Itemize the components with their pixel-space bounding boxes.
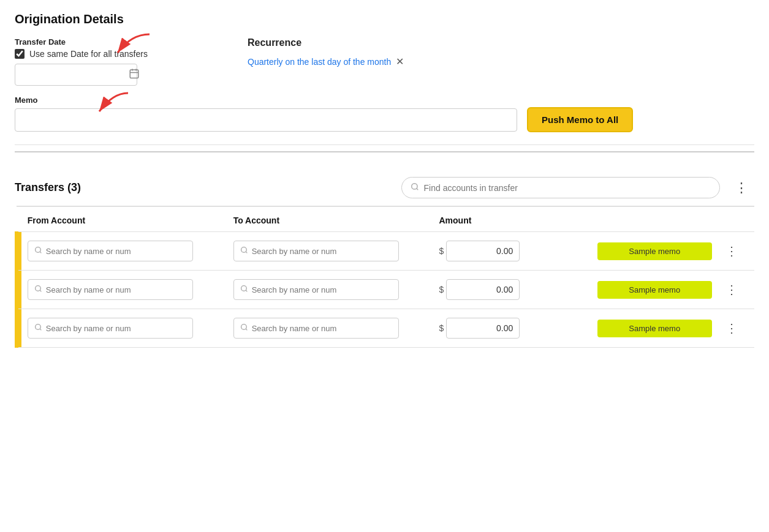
row-memo-tag-1: Sample memo (597, 281, 712, 299)
amount-input-1[interactable] (446, 279, 520, 300)
row-actions-cell-0: ⋮ (718, 232, 754, 271)
row-menu-button-0[interactable]: ⋮ (721, 242, 744, 260)
transfers-title: Transfers (3) (15, 181, 81, 194)
to-account-input-0[interactable] (252, 247, 392, 256)
same-date-checkbox-row[interactable]: Use same Date for all transfers (15, 49, 211, 59)
recurrence-value: Quarterly on the last day of the month (248, 57, 391, 67)
svg-rect-1 (130, 70, 138, 78)
svg-point-16 (35, 324, 40, 330)
table-row: $ Sample memo ⋮ (17, 309, 754, 348)
to-account-search-2[interactable] (233, 318, 399, 339)
from-account-input-1[interactable] (46, 285, 186, 294)
date-input-wrapper[interactable]: 01/31/2023 (15, 64, 137, 86)
amount-input-2[interactable] (446, 318, 520, 339)
amount-input-0[interactable] (446, 241, 520, 261)
transfers-header: Transfers (3) ⋮ (15, 170, 754, 206)
same-date-label: Use same Date for all transfers (29, 49, 148, 59)
find-accounts-search-icon (411, 182, 419, 193)
transfer-date-column: Transfer Date Use same Date for all tran… (15, 37, 211, 86)
to-search-icon-1 (240, 285, 248, 294)
amount-cell-0: $ (433, 232, 591, 271)
calendar-icon (129, 68, 140, 81)
memo-section: Memo Sample memo Push Memo to All (15, 96, 754, 132)
table-header-row: From Account To Account Amount (17, 206, 754, 232)
from-search-icon-0 (34, 246, 42, 256)
recurrence-close-button[interactable]: ✕ (396, 56, 404, 67)
recurrence-label: Recurrence (248, 37, 444, 48)
amount-wrapper-2: $ (439, 318, 585, 339)
from-search-icon-1 (34, 285, 42, 294)
svg-line-17 (40, 329, 41, 330)
memo-tag-cell-2: Sample memo (591, 309, 718, 348)
memo-row: Sample memo Push Memo to All (15, 107, 754, 132)
table-row: $ Sample memo ⋮ (17, 232, 754, 271)
svg-line-15 (246, 290, 247, 291)
origination-grid: Transfer Date Use same Date for all tran… (15, 37, 754, 86)
page-container: Origination Details Transfer Date (0, 0, 769, 532)
find-accounts-wrapper[interactable] (401, 177, 720, 198)
origination-details-section: Origination Details Transfer Date (15, 12, 754, 145)
amount-wrapper-0: $ (439, 241, 585, 261)
amount-cell-2: $ (433, 309, 591, 348)
same-date-checkbox[interactable] (15, 49, 25, 59)
row-actions-cell-1: ⋮ (718, 271, 754, 309)
to-account-search-1[interactable] (233, 279, 399, 300)
transfers-menu-button[interactable]: ⋮ (730, 178, 754, 198)
memo-input[interactable]: Sample memo (15, 108, 517, 132)
find-accounts-input[interactable] (424, 183, 711, 193)
row-menu-button-1[interactable]: ⋮ (721, 280, 744, 299)
svg-point-14 (241, 286, 246, 291)
svg-line-11 (246, 252, 247, 253)
svg-line-13 (40, 290, 41, 291)
push-memo-button[interactable]: Push Memo to All (527, 107, 633, 132)
from-account-input-0[interactable] (46, 247, 186, 256)
from-account-cell-0 (21, 232, 227, 271)
to-account-search-0[interactable] (233, 241, 399, 261)
to-account-input-2[interactable] (252, 324, 392, 333)
transfers-section: Transfers (3) ⋮ From Account To Accoun (15, 151, 754, 348)
to-search-icon-0 (240, 246, 248, 256)
to-account-cell-0 (227, 232, 433, 271)
from-search-icon-2 (34, 323, 42, 333)
from-account-search-0[interactable] (28, 241, 193, 261)
from-account-search-2[interactable] (28, 318, 193, 339)
row-accent-1 (17, 271, 21, 309)
col-header-memo (591, 206, 718, 232)
memo-tag-cell-1: Sample memo (591, 271, 718, 309)
row-memo-tag-0: Sample memo (597, 242, 712, 260)
row-actions-cell-2: ⋮ (718, 309, 754, 348)
col-header-amount: Amount (433, 206, 591, 232)
dollar-sign-0: $ (439, 246, 444, 256)
svg-point-18 (241, 324, 246, 330)
col-header-to-account: To Account (227, 206, 433, 232)
row-memo-tag-2: Sample memo (597, 320, 712, 337)
recurrence-tag: Quarterly on the last day of the month ✕ (248, 56, 444, 67)
svg-line-9 (40, 252, 41, 253)
col-header-from-account: From Account (21, 206, 227, 232)
origination-details-title: Origination Details (15, 12, 754, 26)
from-account-cell-1 (21, 271, 227, 309)
memo-tag-cell-0: Sample memo (591, 232, 718, 271)
svg-point-12 (35, 286, 40, 291)
col-header-actions (718, 206, 754, 232)
dollar-sign-2: $ (439, 323, 444, 333)
table-row: $ Sample memo ⋮ (17, 271, 754, 309)
svg-point-6 (411, 184, 417, 189)
amount-wrapper-1: $ (439, 279, 585, 300)
svg-point-10 (241, 247, 246, 253)
transfer-date-label: Transfer Date (15, 37, 211, 47)
to-account-cell-1 (227, 271, 433, 309)
date-input[interactable]: 01/31/2023 (21, 70, 129, 80)
to-account-cell-2 (227, 309, 433, 348)
row-accent-0 (17, 232, 21, 271)
from-account-input-2[interactable] (46, 324, 186, 333)
to-account-input-1[interactable] (252, 285, 392, 294)
transfers-table: From Account To Account Amount (15, 206, 754, 348)
svg-point-8 (35, 247, 40, 253)
row-menu-button-2[interactable]: ⋮ (721, 319, 744, 337)
amount-cell-1: $ (433, 271, 591, 309)
from-account-search-1[interactable] (28, 279, 193, 300)
recurrence-column: Recurrence Quarterly on the last day of … (248, 37, 444, 67)
dollar-sign-1: $ (439, 285, 444, 294)
svg-line-7 (416, 189, 418, 190)
